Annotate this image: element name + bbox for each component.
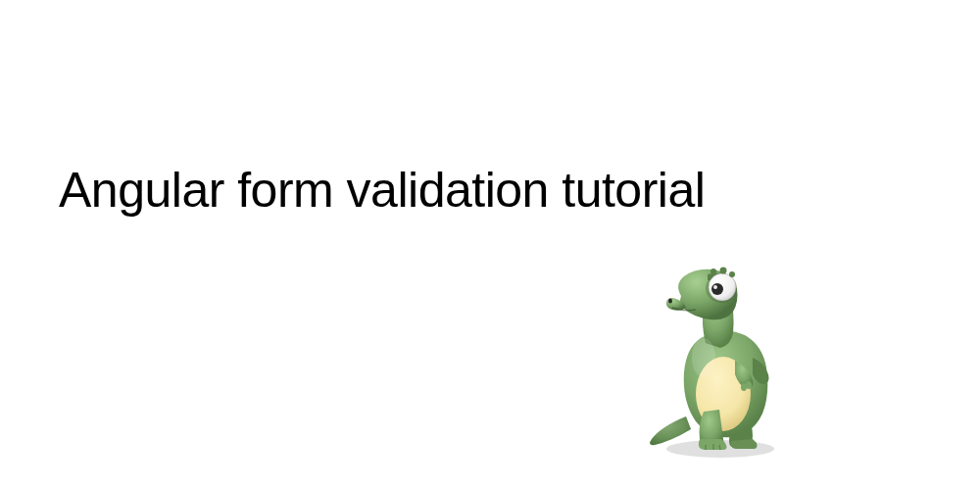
svg-point-10: [710, 269, 716, 274]
svg-point-12: [729, 271, 735, 277]
svg-point-13: [692, 338, 715, 377]
svg-point-3: [741, 383, 747, 391]
svg-point-11: [720, 268, 727, 274]
svg-point-9: [668, 299, 672, 304]
dinosaur-mascot-icon: [627, 265, 804, 461]
page-title: Angular form validation tutorial: [59, 162, 705, 219]
svg-point-7: [711, 283, 723, 295]
svg-point-8: [713, 285, 717, 289]
